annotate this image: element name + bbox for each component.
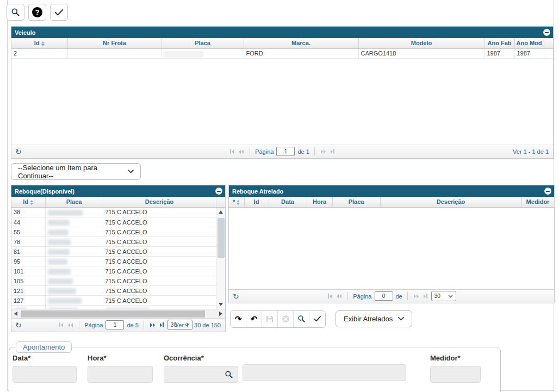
chevron-down-icon (448, 295, 453, 298)
cell-ano-fab: 1987 (485, 49, 514, 59)
search-icon (297, 315, 306, 323)
column-header-ano-fab[interactable]: Ano Fab (485, 38, 514, 48)
column-header-placa[interactable]: Placa (332, 197, 380, 207)
cell-nr-frota (67, 49, 162, 59)
column-header-placa[interactable]: Placa (45, 197, 103, 207)
check-icon (314, 316, 321, 322)
last-page-button[interactable] (330, 148, 336, 155)
collapse-icon[interactable] (544, 188, 551, 195)
cancel-button[interactable] (278, 311, 294, 327)
last-page-button[interactable] (423, 293, 428, 300)
save-button[interactable] (262, 311, 278, 327)
column-header-medidor[interactable]: Medidor (521, 197, 554, 207)
scrollbar-thumb[interactable] (218, 218, 225, 258)
vertical-scrollbar[interactable] (216, 208, 225, 309)
page-size-select[interactable]: 30 (431, 291, 456, 301)
column-header-descricao[interactable]: Descrição (103, 197, 216, 207)
table-row[interactable]: 44715 C ACCELO (11, 217, 216, 227)
cell-descricao: 715 C ACCELO (103, 208, 216, 217)
column-header-placa[interactable]: Placa (162, 38, 244, 48)
prev-page-button[interactable] (238, 148, 245, 155)
select-item-dropdown[interactable]: --Selecione um Item para Continuar-- (11, 163, 141, 180)
table-row[interactable]: 101715 C ACCELO (11, 266, 216, 276)
ocorrencia-search-button[interactable] (223, 369, 235, 380)
fleet-app-page: ? Veiculo Id Nr Frota Placa Marca. Model… (0, 0, 559, 392)
page-input[interactable] (105, 320, 124, 329)
column-header-nr-frota[interactable]: Nr Frota (67, 38, 162, 48)
column-header-ano-mod[interactable]: Ano Mod (514, 38, 544, 48)
page-input[interactable] (276, 147, 295, 156)
page-input[interactable] (375, 291, 393, 301)
medidor-input[interactable] (430, 366, 481, 383)
collapse-icon[interactable] (543, 29, 550, 36)
refresh-icon[interactable]: ↻ (15, 320, 22, 330)
cell-id: 105 (11, 276, 45, 286)
collapse-icon[interactable] (215, 188, 222, 195)
scroll-up-icon[interactable] (219, 210, 223, 214)
scroll-down-icon[interactable] (219, 303, 223, 306)
column-header-star[interactable]: * (229, 197, 244, 207)
cell-descricao: 715 C ACCELO (103, 227, 216, 237)
redo-button[interactable]: ↷ (231, 311, 246, 327)
next-page-button[interactable] (413, 293, 420, 300)
column-header-marca[interactable]: Marca. (244, 38, 358, 48)
cell-id: 95 (11, 257, 45, 266)
exibir-atrelados-button[interactable]: Exibir Atrelados (336, 310, 412, 327)
cell-descricao: 715 C ACCELO (103, 247, 216, 257)
table-row[interactable]: 105715 C ACCELO (11, 276, 216, 286)
sort-icon (30, 200, 33, 205)
exibir-atrelados-label: Exibir Atrelados (344, 315, 393, 323)
cell-placa (45, 208, 103, 217)
reboque-disponivel-caption: Reboque(Disponível) (11, 185, 225, 197)
cell-marca: FORD (244, 49, 358, 59)
cell-id: 127 (11, 296, 45, 306)
undo-button[interactable]: ↶ (246, 311, 262, 327)
table-row[interactable]: 55715 C ACCELO (11, 227, 216, 237)
cell-descricao: 715 C ACCELO (103, 296, 216, 306)
column-header-modelo[interactable]: Modelo (358, 38, 485, 48)
prev-page-button[interactable] (67, 322, 74, 328)
reboque-atrelado-body (229, 208, 554, 289)
next-page-button[interactable] (149, 322, 156, 328)
search-button[interactable] (7, 4, 24, 21)
search-button[interactable] (294, 311, 309, 327)
help-button[interactable]: ? (28, 4, 46, 21)
cell-descricao: 715 C ACCELO (103, 276, 216, 286)
scroll-right-icon[interactable] (219, 312, 222, 316)
scroll-left-icon[interactable] (14, 312, 17, 316)
confirm-button[interactable] (50, 4, 68, 21)
ocorrencia-field-group: Ocorrência* (164, 354, 238, 383)
column-header-descricao[interactable]: Descrição (380, 197, 521, 207)
table-row[interactable]: 81715 C ACCELO (11, 247, 216, 257)
table-row[interactable]: 95715 C ACCELO (11, 257, 216, 266)
column-header-hora[interactable]: Hora (307, 197, 332, 207)
table-row[interactable]: 2 FORD CARGO1418 1987 1987 (11, 49, 553, 59)
column-header-id[interactable]: Id (11, 197, 45, 207)
horizontal-scrollbar[interactable] (11, 309, 225, 318)
refresh-icon[interactable]: ↻ (15, 147, 22, 157)
confirm-button[interactable] (309, 311, 325, 327)
first-page-button[interactable] (58, 321, 64, 328)
redacted-placa (48, 220, 70, 226)
cell-placa (45, 286, 103, 296)
next-page-button[interactable] (320, 148, 327, 155)
column-header-data[interactable]: Data (269, 197, 307, 207)
table-row[interactable]: 78715 C ACCELO (11, 237, 216, 247)
last-page-button[interactable] (159, 321, 165, 328)
veiculo-grid-caption: Veiculo (11, 27, 553, 38)
prev-page-button[interactable] (336, 293, 343, 300)
table-row[interactable]: 127715 C ACCELO (11, 296, 216, 306)
column-header-id[interactable]: Id (244, 197, 269, 207)
scrollbar-thumb[interactable] (21, 310, 205, 318)
ocorrencia-descricao-input[interactable] (243, 364, 406, 381)
data-input[interactable] (13, 366, 77, 383)
hora-input[interactable] (88, 366, 153, 383)
table-row[interactable]: 38715 C ACCELO (11, 208, 216, 217)
column-header-id[interactable]: Id (11, 38, 67, 48)
table-row[interactable]: 121715 C ACCELO (11, 286, 216, 296)
page-count-label: de (396, 293, 402, 300)
refresh-icon[interactable]: ↻ (233, 291, 239, 301)
first-page-button[interactable] (327, 293, 333, 300)
first-page-button[interactable] (229, 148, 235, 155)
redacted-placa (48, 210, 83, 216)
